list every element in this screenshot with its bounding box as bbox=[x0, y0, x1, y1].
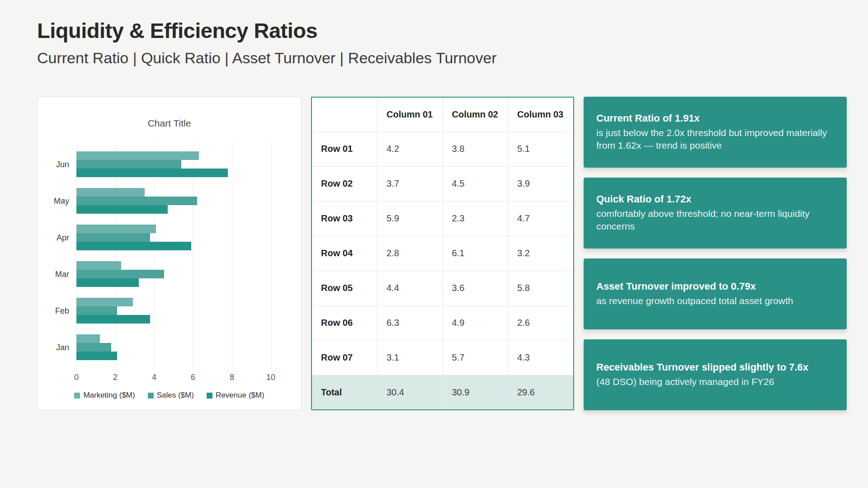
value-cell: 5.7 bbox=[443, 340, 508, 375]
column-header-cell: Column 02 bbox=[443, 98, 508, 132]
value-cell: 4.4 bbox=[377, 271, 443, 305]
value-cell: 4.3 bbox=[508, 340, 574, 375]
bar-apr bbox=[76, 225, 156, 233]
insight-card-body: as revenue growth outpaced total asset g… bbox=[596, 295, 834, 307]
x-axis-tick-label: 4 bbox=[152, 373, 156, 382]
value-cell: 3.2 bbox=[508, 236, 574, 271]
category-label: Jan bbox=[56, 343, 69, 352]
table-row: Row 023.74.53.9 bbox=[312, 166, 573, 201]
value-cell: 5.9 bbox=[377, 201, 443, 236]
x-axis-tick-label: 8 bbox=[230, 373, 234, 382]
legend-swatch-icon bbox=[207, 393, 212, 399]
table-row: Row 066.34.92.6 bbox=[312, 305, 573, 340]
x-axis-tick-label: 0 bbox=[74, 373, 79, 382]
legend-item: Marketing ($M) bbox=[74, 391, 135, 400]
dashboard-page: Liquidity & Efficiency Ratios Current Ra… bbox=[0, 0, 868, 410]
table-corner-cell bbox=[312, 98, 377, 132]
category-label: May bbox=[54, 196, 69, 206]
category-group-jan: Jan bbox=[76, 329, 271, 366]
column-header-cell: Column 01 bbox=[377, 98, 443, 132]
value-cell: 3.6 bbox=[443, 271, 508, 305]
category-group-mar: Mar bbox=[76, 256, 271, 292]
bar-chart-card: Chart Title JunMayAprMarFebJan 0246810 M… bbox=[37, 97, 302, 410]
legend-label: Sales ($M) bbox=[157, 391, 194, 400]
value-cell: 5.8 bbox=[508, 271, 574, 305]
x-axis-tick-label: 2 bbox=[113, 373, 118, 382]
bar-jun bbox=[76, 169, 228, 177]
gridline bbox=[271, 142, 271, 369]
chart-x-axis: 0246810 bbox=[76, 373, 271, 384]
bar-feb bbox=[76, 315, 150, 324]
bar-feb bbox=[76, 298, 133, 306]
insight-cards-column: Current Ratio of 1.91xis just below the … bbox=[584, 97, 847, 410]
category-group-feb: Feb bbox=[76, 292, 271, 329]
bar-may bbox=[76, 197, 197, 205]
total-label-cell: Total bbox=[312, 375, 377, 409]
bar-jun bbox=[76, 151, 199, 160]
bar-feb bbox=[76, 306, 117, 315]
insight-card-3: Asset Turnover improved to 0.79xas reven… bbox=[584, 258, 847, 329]
legend-item: Revenue ($M) bbox=[207, 391, 264, 400]
value-cell: 4.7 bbox=[508, 201, 574, 236]
category-group-may: May bbox=[76, 183, 271, 219]
legend-swatch-icon bbox=[148, 393, 154, 399]
bar-mar bbox=[76, 270, 164, 278]
data-table: Column 01Column 02Column 03Row 014.23.85… bbox=[312, 98, 573, 409]
insight-card-heading: Asset Turnover improved to 0.79x bbox=[596, 281, 834, 292]
table-row: Row 073.15.74.3 bbox=[312, 340, 573, 375]
bar-chart-plot-area: JunMayAprMarFebJan bbox=[76, 142, 271, 369]
total-value-cell: 29.6 bbox=[508, 375, 574, 409]
insight-card-heading: Receivables Turnover slipped slightly to… bbox=[596, 361, 834, 373]
table-row: Row 054.43.65.8 bbox=[312, 271, 573, 305]
value-cell: 4.9 bbox=[443, 305, 508, 340]
row-label-cell: Row 04 bbox=[312, 236, 377, 271]
value-cell: 6.3 bbox=[377, 305, 443, 340]
row-label-cell: Row 01 bbox=[312, 132, 377, 167]
value-cell: 3.8 bbox=[443, 132, 508, 167]
legend-item: Sales ($M) bbox=[148, 391, 194, 400]
bar-jan bbox=[76, 334, 100, 343]
value-cell: 5.1 bbox=[508, 132, 574, 167]
chart-legend: Marketing ($M)Sales ($M)Revenue ($M) bbox=[38, 391, 301, 400]
row-label-cell: Row 07 bbox=[312, 340, 377, 375]
row-label-cell: Row 06 bbox=[312, 305, 377, 340]
category-label: Mar bbox=[55, 269, 69, 279]
category-group-jun: Jun bbox=[76, 146, 271, 183]
insight-card-2: Quick Ratio of 1.72xcomfortably above th… bbox=[584, 178, 847, 249]
bar-mar bbox=[76, 261, 121, 270]
page-title: Liquidity & Efficiency Ratios bbox=[37, 18, 868, 43]
table-row: Row 042.86.13.2 bbox=[312, 236, 573, 271]
x-axis-tick-label: 6 bbox=[191, 373, 195, 382]
value-cell: 3.9 bbox=[508, 166, 574, 201]
legend-label: Marketing ($M) bbox=[83, 391, 135, 400]
insight-card-heading: Quick Ratio of 1.72x bbox=[596, 193, 834, 205]
bar-jun bbox=[76, 160, 181, 169]
row-label-cell: Row 05 bbox=[312, 271, 377, 305]
insight-card-body: (48 DSO) being actively managed in FY26 bbox=[596, 375, 834, 388]
bar-may bbox=[76, 188, 145, 197]
table-header-row: Column 01Column 02Column 03 bbox=[312, 98, 573, 132]
insight-card-heading: Current Ratio of 1.91x bbox=[596, 113, 834, 124]
total-value-cell: 30.4 bbox=[377, 375, 443, 409]
bar-jan bbox=[76, 352, 117, 360]
value-cell: 3.1 bbox=[377, 340, 443, 375]
value-cell: 2.6 bbox=[508, 305, 574, 340]
bar-may bbox=[76, 205, 168, 214]
value-cell: 4.2 bbox=[377, 132, 443, 167]
row-label-cell: Row 02 bbox=[312, 166, 377, 201]
total-value-cell: 30.9 bbox=[443, 375, 508, 409]
value-cell: 3.7 bbox=[377, 166, 443, 201]
insight-card-4: Receivables Turnover slipped slightly to… bbox=[584, 339, 847, 410]
table-row: Row 035.92.34.7 bbox=[312, 201, 573, 236]
x-axis-tick-label: 10 bbox=[266, 373, 275, 382]
legend-swatch-icon bbox=[74, 393, 80, 399]
bar-mar bbox=[76, 278, 139, 287]
value-cell: 2.3 bbox=[443, 201, 508, 236]
main-content-row: Chart Title JunMayAprMarFebJan 0246810 M… bbox=[37, 97, 868, 410]
category-label: Feb bbox=[55, 306, 69, 315]
page-subtitle: Current Ratio | Quick Ratio | Asset Turn… bbox=[37, 49, 868, 67]
table-total-row: Total30.430.929.6 bbox=[312, 375, 573, 409]
insight-card-body: is just below the 2.0x threshold but imp… bbox=[596, 127, 834, 152]
bar-apr bbox=[76, 233, 150, 242]
insight-card-body: comfortably above threshold; no near-ter… bbox=[596, 207, 834, 233]
